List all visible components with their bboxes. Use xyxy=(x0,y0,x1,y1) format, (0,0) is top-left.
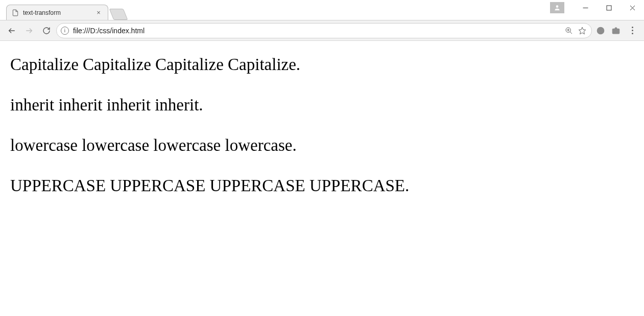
tab-title: text-transform xyxy=(23,9,91,16)
window-titlebar: text-transform × xyxy=(0,0,644,20)
address-bar[interactable]: i xyxy=(56,23,592,38)
svg-line-8 xyxy=(570,32,572,34)
back-button[interactable] xyxy=(4,23,19,38)
window-close-button[interactable] xyxy=(621,0,644,15)
window-controls xyxy=(550,0,644,15)
window-maximize-button[interactable] xyxy=(597,0,621,15)
browser-tab[interactable]: text-transform × xyxy=(6,5,108,20)
user-profile-button[interactable] xyxy=(550,2,564,13)
content-line-4: UPPERCASE UPPERCASE UPPERCASE UPPERCASE. xyxy=(10,176,634,195)
browser-menu-button[interactable] xyxy=(625,23,640,38)
content-line-3: lowercase lowercase lowercase lowercase. xyxy=(10,136,634,155)
window-minimize-button[interactable] xyxy=(574,0,597,15)
content-line-1: Capitalize Capitalize Capitalize Capital… xyxy=(10,55,634,74)
extension-camera-icon[interactable] xyxy=(609,24,623,37)
content-line-2: inherit inherit inherit inherit. xyxy=(10,96,634,115)
site-info-icon[interactable]: i xyxy=(61,27,69,35)
svg-point-14 xyxy=(614,30,617,32)
page-icon xyxy=(12,9,19,16)
svg-point-0 xyxy=(556,5,559,8)
svg-marker-11 xyxy=(579,27,585,34)
close-tab-button[interactable]: × xyxy=(94,9,103,17)
zoom-icon[interactable] xyxy=(564,26,574,36)
reload-button[interactable] xyxy=(39,23,54,38)
url-input[interactable] xyxy=(72,26,561,35)
forward-button[interactable] xyxy=(21,23,37,38)
tab-strip: text-transform × xyxy=(0,0,126,20)
svg-rect-2 xyxy=(607,6,611,10)
extension-globe-icon[interactable] xyxy=(594,24,607,37)
page-viewport: Capitalize Capitalize Capitalize Capital… xyxy=(0,41,644,316)
bookmark-star-icon[interactable] xyxy=(577,26,587,36)
new-tab-button[interactable] xyxy=(109,9,128,20)
kebab-icon xyxy=(632,27,633,34)
browser-toolbar: i xyxy=(0,20,644,41)
